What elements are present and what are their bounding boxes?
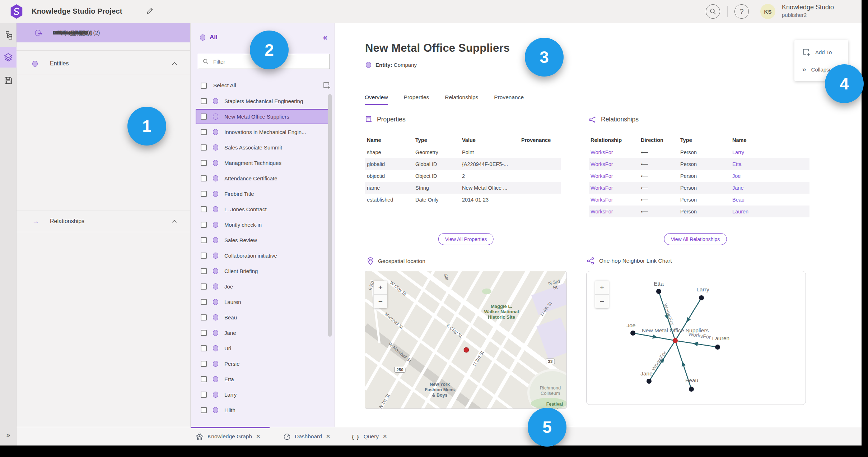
- expand-rail-button[interactable]: »: [0, 431, 17, 439]
- zoom-out-button[interactable]: −: [595, 294, 609, 308]
- relationship-link[interactable]: WorksFor: [589, 209, 639, 214]
- relationship-link[interactable]: WorksFor: [589, 173, 639, 179]
- item-checkbox[interactable]: [201, 206, 207, 212]
- entity-list-item[interactable]: Sales Associate Summit: [191, 140, 335, 155]
- item-checkbox[interactable]: [201, 376, 207, 382]
- entity-list-item[interactable]: Collaboration initiative: [191, 248, 335, 263]
- related-entity-link[interactable]: Lauren: [731, 209, 809, 214]
- collapse-panel-button[interactable]: «: [323, 33, 327, 42]
- entity-list-item[interactable]: New Metal Office Suppliers: [196, 109, 330, 124]
- tab-query[interactable]: { } Query ✕: [352, 427, 387, 446]
- edit-pencil-icon[interactable]: [146, 7, 154, 15]
- data-model-button[interactable]: [0, 25, 17, 45]
- relationship-row[interactable]: WorksFor ⟵ Person Beau: [589, 194, 809, 206]
- scrollbar-thumb[interactable]: [328, 94, 332, 337]
- relationship-row[interactable]: WorksFor ⟵ Person Larry: [589, 146, 809, 158]
- tab-dashboard[interactable]: Dashboard ✕: [283, 427, 330, 446]
- entity-list-item[interactable]: Lilith: [191, 402, 335, 418]
- entity-list-item[interactable]: Attendance Certificate: [191, 171, 335, 186]
- item-checkbox[interactable]: [201, 144, 207, 151]
- entity-list-item[interactable]: Larry: [191, 387, 335, 402]
- graph-node[interactable]: [689, 387, 694, 392]
- add-to-new-icon[interactable]: [323, 82, 331, 89]
- user-info[interactable]: Knowledge Studio publisher2: [782, 4, 834, 19]
- item-checkbox[interactable]: [201, 330, 207, 336]
- detail-tab[interactable]: Provenance: [494, 94, 524, 105]
- zoom-in-button[interactable]: +: [595, 281, 609, 294]
- property-row[interactable]: shape Geometry Point: [365, 146, 561, 158]
- close-tab-icon[interactable]: ✕: [326, 433, 331, 440]
- graph-node[interactable]: [715, 345, 720, 350]
- save-button[interactable]: [0, 70, 17, 91]
- entity-list-item[interactable]: Firebird Title: [191, 186, 335, 202]
- property-row[interactable]: established Date Only 2014-01-23: [365, 194, 561, 206]
- entity-list-item[interactable]: Uri: [191, 341, 335, 356]
- center-graph-node[interactable]: [673, 338, 678, 343]
- item-checkbox[interactable]: [201, 175, 207, 181]
- entity-list-item[interactable]: Jane: [191, 325, 335, 341]
- item-checkbox[interactable]: [201, 129, 207, 135]
- tab-knowledge-graph[interactable]: Knowledge Graph ✕: [196, 427, 261, 446]
- entity-list-item[interactable]: Innovations in Mechanical Engin...: [191, 124, 335, 140]
- property-row[interactable]: objectid Object ID 2: [365, 170, 561, 182]
- relationship-link[interactable]: WorksFor: [589, 161, 639, 167]
- add-to-menu-item[interactable]: Add To: [794, 45, 848, 59]
- chevron-up-icon[interactable]: [172, 62, 177, 65]
- sidebar-relationship-item[interactable]: → Manages (1): [17, 23, 190, 42]
- item-checkbox[interactable]: [201, 160, 207, 166]
- select-all-checkbox[interactable]: [201, 83, 207, 89]
- relationship-row[interactable]: WorksFor ⟵ Person Lauren: [589, 206, 809, 217]
- item-checkbox[interactable]: [201, 253, 207, 259]
- item-checkbox[interactable]: [201, 114, 207, 120]
- relationship-row[interactable]: WorksFor ⟵ Person Joe: [589, 170, 809, 182]
- item-checkbox[interactable]: [201, 268, 207, 274]
- graph-node[interactable]: [656, 289, 661, 294]
- entities-section-header[interactable]: Entities: [17, 53, 190, 74]
- relationships-section-header[interactable]: → Relationships: [17, 211, 190, 232]
- close-tab-icon[interactable]: ✕: [256, 433, 261, 440]
- zoom-in-button[interactable]: +: [374, 281, 387, 294]
- select-all-row[interactable]: Select All: [201, 78, 326, 93]
- detail-tab[interactable]: Overview: [365, 94, 388, 105]
- related-entity-link[interactable]: Larry: [731, 149, 809, 155]
- relationship-link[interactable]: WorksFor: [589, 197, 639, 203]
- help-button[interactable]: ?: [734, 4, 749, 19]
- zoom-out-button[interactable]: −: [374, 294, 387, 308]
- entity-list-item[interactable]: Joe: [191, 279, 335, 294]
- entity-list-item[interactable]: Lauren: [191, 294, 335, 310]
- item-checkbox[interactable]: [201, 392, 207, 398]
- item-checkbox[interactable]: [201, 407, 207, 413]
- item-checkbox[interactable]: [201, 237, 207, 243]
- entity-list-item[interactable]: Etta: [191, 371, 335, 387]
- entity-location-marker[interactable]: [464, 347, 469, 353]
- link-chart-canvas[interactable]: WorksForWorksForWorksForEttaLarryJoeLaur…: [587, 271, 806, 405]
- related-entity-link[interactable]: Beau: [731, 197, 809, 203]
- item-checkbox[interactable]: [201, 361, 207, 367]
- entity-list-item[interactable]: Client Briefing: [191, 263, 335, 279]
- map-widget[interactable]: k RdW Clay StSalN 3rd StMaggie L. Walker…: [365, 271, 567, 409]
- close-tab-icon[interactable]: ✕: [383, 433, 387, 440]
- basemap[interactable]: k RdW Clay StSalN 3rd StMaggie L. Walker…: [365, 271, 567, 409]
- related-entity-link[interactable]: Etta: [731, 161, 809, 167]
- entity-list-item[interactable]: Persie: [191, 356, 335, 371]
- item-checkbox[interactable]: [201, 191, 207, 197]
- entity-list-item[interactable]: L. Jones Contract: [191, 202, 335, 217]
- property-row[interactable]: globalid Global ID {A228944F-0EF5-...: [365, 158, 561, 170]
- chevron-up-icon[interactable]: [172, 220, 177, 223]
- entity-list-item[interactable]: Sales Review: [191, 232, 335, 248]
- related-entity-link[interactable]: Joe: [731, 173, 809, 179]
- property-row[interactable]: name String New Metal Office ...: [365, 182, 561, 194]
- relationship-link[interactable]: WorksFor: [589, 149, 639, 155]
- entity-list-item[interactable]: Staplers Mechanical Engineering: [191, 93, 335, 109]
- link-chart-widget[interactable]: WorksForWorksForWorksForEttaLarryJoeLaur…: [586, 271, 806, 405]
- entity-list-item[interactable]: Beau: [191, 310, 335, 325]
- detail-tab[interactable]: Properties: [404, 94, 429, 105]
- relationship-row[interactable]: WorksFor ⟵ Person Jane: [589, 182, 809, 194]
- graph-node[interactable]: [647, 379, 652, 384]
- item-checkbox[interactable]: [201, 299, 207, 305]
- layers-button-selected[interactable]: [0, 47, 17, 68]
- avatar[interactable]: KS: [760, 4, 775, 19]
- relationship-row[interactable]: WorksFor ⟵ Person Etta: [589, 158, 809, 170]
- view-all-relationships-button[interactable]: View All Relationships: [664, 233, 727, 245]
- entity-list-item[interactable]: Managment Techniques: [191, 155, 335, 171]
